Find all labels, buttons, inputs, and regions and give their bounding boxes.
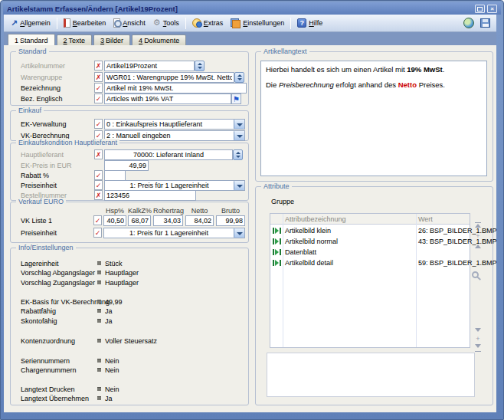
selected-value: 2 : Manuell eingeben [106,132,232,139]
info-value: Ja [105,307,113,315]
menu-bearbeiten[interactable]: Bearbeiten [60,17,110,29]
bezeichnung-input[interactable] [104,83,247,94]
ek-verwaltung-select[interactable]: 0 : Einkaufspreis Hauptlieferant [104,119,245,130]
info-label: Vorschlag Abgangslager [21,269,95,277]
group-title: Info/Einstellungen [16,244,76,251]
info-value: Nein [105,366,119,374]
bullet-icon [97,281,101,284]
check-icon[interactable] [94,170,103,180]
vk-preiseinheit-select[interactable]: 1: Preis für 1 Lagereinheit [103,228,245,238]
check-icon[interactable] [93,228,102,238]
menu-einstellungen[interactable]: Einstellungen [227,17,288,30]
group-title: Einkaufskondition Hauptlieferant [16,139,119,146]
menu-label: Tools [163,19,179,27]
window-close-button[interactable]: × [487,5,497,13]
field-label: EK-Verwaltung [21,120,67,128]
help-icon [297,18,306,28]
group-title: Verkauf EURO [16,198,66,205]
check-icon[interactable] [93,215,102,225]
menu-hilfe[interactable]: Hilfe [293,17,326,29]
mandatory-x-icon[interactable] [94,72,103,82]
info-label: Langtext Übernehmen [21,395,89,402]
check-icon[interactable] [94,94,103,103]
column-header-attributbezeichnung[interactable]: Attributbezeichnung [285,215,346,223]
search-magnifier-icon[interactable] [472,271,479,278]
check-icon[interactable] [94,83,103,93]
globe-icon[interactable] [463,18,474,28]
check-icon[interactable] [94,119,103,129]
artikelnummer-spin-button[interactable] [195,61,205,71]
row-last-button[interactable] [474,344,482,352]
mandatory-x-icon[interactable] [94,190,103,200]
hsp-input[interactable] [103,215,126,226]
attribute-marker-icon [273,238,281,244]
check-icon[interactable] [94,180,103,190]
menu-allgemein[interactable]: Allgemein [7,17,54,30]
warengruppe-input[interactable] [104,72,234,83]
table-row[interactable]: Artikelbild detail59: BSP_BILDER_1.BMP [270,258,470,268]
hauptlieferant-spin-button[interactable] [233,149,243,160]
bestellnummer-input[interactable] [104,190,196,201]
save-icon[interactable] [480,18,490,28]
extras-icon [192,18,201,28]
row-add-button[interactable]: + [474,336,482,343]
dropdown-arrow-icon[interactable] [234,228,244,238]
group-einkaufskondition: Einkaufskondition Hauptlieferant Hauptli… [10,143,249,201]
row-insert-button[interactable]: + [474,233,482,241]
field-label: Rabatt % [21,172,49,179]
group-attribute: Attribute Gruppe Attributbezeichnung Wer… [255,186,493,405]
menu-ansicht[interactable]: Ansicht [110,17,149,29]
language-flag-icon[interactable] [231,94,241,104]
artikelnummer-input[interactable] [104,61,195,71]
ek-preis-input[interactable] [104,160,149,171]
view-magnifier-icon [113,18,120,28]
table-row[interactable]: Datenblatt [270,247,470,258]
tab-standard[interactable]: 1Standard [8,34,55,45]
info-value: Ja [105,395,113,402]
preiseinheit-select[interactable]: 1: Preis für 1 Lagereinheit [104,180,245,191]
row-first-button[interactable] [474,222,482,230]
bullet-icon [97,387,101,391]
mandatory-x-icon[interactable] [94,61,103,71]
dropdown-arrow-icon[interactable] [234,120,244,129]
rabatt-input[interactable] [104,170,126,181]
menu-extras[interactable]: Extras [188,17,227,29]
warengruppe-spin-button[interactable] [234,72,244,83]
vk-berechnung-select[interactable]: 2 : Manuell eingeben [104,130,245,141]
bez-englisch-input[interactable] [104,94,231,104]
menu-tools[interactable]: ⚙Tools [149,17,183,29]
mandatory-x-icon[interactable] [94,149,103,159]
kalkz-input[interactable] [128,215,151,226]
tab-bilder[interactable]: 3Bilder [93,34,130,45]
row-up-button[interactable] [474,243,482,251]
attribute-detail-pane[interactable] [267,353,475,397]
info-value: Nein [105,357,119,365]
column-header-wert[interactable]: Wert [418,215,433,223]
hauptlieferant-input[interactable] [104,149,233,160]
selected-value: 1: Preis für 1 Lagereinheit [106,182,232,189]
info-value: Ja [105,317,113,325]
info-label: Seriennummern [21,357,70,365]
table-row[interactable]: Artikelbild klein26: BSP_BILDER_1.BMP [270,225,470,236]
rohertrag-input[interactable] [153,215,183,226]
tab-page-standard: Standard Artikelnummer Warengruppe Bezei… [4,45,496,412]
column-header: Brutto [216,207,245,215]
tab-texte[interactable]: 2Texte [57,34,93,45]
netto-input[interactable] [185,215,214,226]
table-row[interactable]: Artikelbild normal43: BSP_BILDER_1.BMP [270,236,470,247]
langtext-editor[interactable]: Hierbei handelt es sich um einen Artikel… [260,61,487,176]
info-value: Hauptlager [105,279,139,287]
dropdown-arrow-icon[interactable] [234,181,244,190]
brutto-input[interactable] [216,215,245,226]
group-title: Attribute [261,182,292,190]
info-label: Vorschlag Zugangslager [21,279,95,287]
menu-label: Extras [204,19,224,27]
dropdown-arrow-icon[interactable] [234,131,244,140]
title-bar: Artikelstamm Erfassen/Ändern [Artikel19P… [3,2,501,15]
window-restore-button[interactable] [475,5,485,13]
tab-dokumente[interactable]: 4Dokumente [132,34,186,45]
row-down-button[interactable] [474,326,482,334]
bullet-icon [97,271,101,274]
group-artikellangtext: Artikellangtext Hierbei handelt es sich … [255,51,493,182]
info-value: Nein [105,386,119,393]
